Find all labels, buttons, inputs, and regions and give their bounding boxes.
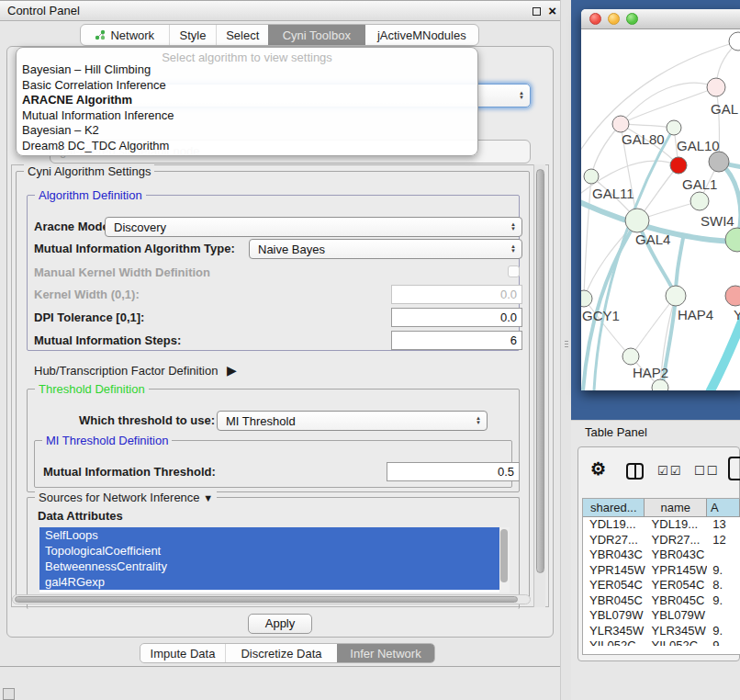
table-cell[interactable]: YBR045C (583, 593, 645, 609)
sources-title[interactable]: Sources for Network Inference ▼ (35, 491, 217, 505)
hub-definition-toggle[interactable]: Hub/Transcription Factor Definition ▶ (34, 360, 237, 381)
zoom-window-icon[interactable] (626, 13, 638, 25)
apply-button[interactable]: Apply (248, 614, 312, 634)
node-gcy1[interactable] (581, 290, 592, 307)
table-cell[interactable]: YDL19... (645, 517, 708, 533)
dpi-tolerance-field[interactable]: 0.0 (391, 308, 522, 327)
algorithm-option[interactable]: ARACNE Algorithm (17, 93, 477, 108)
table-cell[interactable]: YDR27... (583, 533, 645, 548)
network-canvas[interactable]: GALGAL80GAL10GAL1GAL11GAL4SWI4GCY1HAP4YH… (581, 29, 740, 390)
table-row[interactable]: YDR27...YDR27...12 (583, 533, 740, 548)
tab-style[interactable]: Style (169, 25, 217, 45)
settings-scrollbar-thumb[interactable] (536, 169, 544, 573)
aracne-mode-combobox[interactable]: Discovery ▲▼ (105, 217, 522, 237)
settings-hscrollbar-thumb[interactable] (15, 596, 518, 603)
node-gal11[interactable] (584, 169, 599, 184)
table-cell[interactable] (707, 548, 740, 563)
table-cell[interactable]: YLR345W (583, 624, 645, 639)
attribute-list-item[interactable]: TopologicalCoefficient (39, 543, 510, 559)
float-window-icon[interactable] (533, 7, 541, 16)
table-row[interactable]: YBR045CYBR045C9. (583, 593, 740, 609)
panel-divider[interactable] (560, 0, 571, 700)
node-gal10[interactable] (709, 152, 729, 172)
network-edge[interactable] (591, 124, 621, 176)
node-gal1[interactable] (690, 192, 709, 210)
table-cell[interactable]: YDL19... (583, 517, 645, 533)
table-settings-gear-icon[interactable]: ⚙ (590, 458, 606, 480)
algorithm-option[interactable]: Dream8 DC_TDC Algorithm (17, 139, 477, 154)
table-cell[interactable]: YER054C (583, 578, 645, 593)
list-scrollbar[interactable] (499, 527, 510, 593)
attribute-list-item[interactable]: gal4RGexp (39, 574, 510, 590)
export-table-icon[interactable] (728, 457, 740, 480)
attribute-list-item[interactable]: BetweennessCentrality (39, 559, 510, 574)
table-cell[interactable]: YBL079W (645, 608, 708, 624)
data-attributes-list[interactable]: SelfLoopsTopologicalCoefficientBetweenne… (39, 527, 510, 593)
column-visibility-icon[interactable] (626, 463, 644, 480)
kernel-width-field[interactable]: 0.0 (391, 285, 522, 304)
algorithm-option[interactable]: Basic Correlation Inference (17, 78, 477, 94)
node-red[interactable] (670, 157, 687, 174)
node-swi4[interactable] (725, 228, 740, 252)
node-gal80[interactable] (612, 116, 629, 132)
collapsed-panel-button[interactable] (3, 688, 15, 700)
mi-steps-field[interactable]: 6 (391, 331, 522, 350)
which-threshold-combobox[interactable]: MI Threshold ▲▼ (217, 411, 488, 431)
table-cell[interactable]: YIL052C (645, 638, 708, 646)
table-row[interactable]: YDL19...YDL19...13 (583, 517, 740, 533)
node-gal4[interactable] (625, 209, 649, 232)
close-window-icon[interactable] (589, 13, 601, 25)
node-y[interactable] (725, 286, 740, 306)
table-cell[interactable]: YBR043C (645, 548, 708, 563)
column-header-shared-name[interactable]: shared... (583, 499, 645, 516)
table-cell[interactable]: YER054C (645, 578, 708, 593)
settings-vertical-scrollbar[interactable] (533, 164, 545, 607)
table-cell[interactable]: 12 (707, 533, 740, 548)
algorithm-option[interactable]: Mutual Information Inference (17, 108, 477, 124)
table-row[interactable]: YLR345WYLR345W9. (583, 624, 740, 639)
table-cell[interactable] (707, 608, 740, 624)
table-row[interactable]: YPR145WYPR145W9. (583, 563, 740, 579)
column-header-name[interactable]: name (645, 499, 706, 516)
table-row[interactable]: YBL079WYBL079W (583, 608, 740, 624)
table-cell[interactable]: YBL079W (583, 608, 645, 624)
table-cell[interactable]: YBR045C (645, 593, 708, 609)
manual-kernel-width-checkbox[interactable] (508, 265, 520, 277)
tab-impute-data[interactable]: Impute Data (140, 644, 225, 662)
algorithm-option[interactable]: Bayesian – K2 (17, 123, 477, 139)
node-hap4[interactable] (666, 286, 686, 306)
table-cell[interactable]: 8. (707, 578, 740, 593)
table-cell[interactable]: 9 (707, 638, 740, 646)
table-cell[interactable]: 9. (707, 624, 740, 639)
select-all-checkboxes-icon[interactable]: ☑☑ (657, 464, 682, 478)
table-cell[interactable]: YPR145W (583, 563, 645, 579)
node-above-gal80[interactable] (667, 120, 681, 135)
network-edge[interactable] (621, 87, 716, 124)
table-cell[interactable]: YBR043C (583, 548, 645, 563)
tab-cyni-toolbox[interactable]: Cyni Toolbox (268, 25, 365, 45)
table-cell[interactable]: YPR145W (645, 563, 708, 579)
column-header-partial[interactable]: A (707, 499, 740, 516)
node-hap2[interactable] (622, 348, 639, 365)
tab-jactivemnodules[interactable]: jActiveMNodules (365, 25, 478, 45)
close-panel-icon[interactable]: × (548, 2, 556, 20)
tab-select[interactable]: Select (216, 25, 268, 45)
tab-discretize-data[interactable]: Discretize Data (225, 644, 337, 662)
node-top-right[interactable] (729, 32, 740, 51)
table-cell[interactable]: YDR27... (645, 533, 708, 548)
network-edge[interactable] (710, 317, 740, 390)
deselect-all-checkboxes-icon[interactable]: ☐☐ (694, 464, 719, 478)
table-cell[interactable]: YIL052C (583, 638, 645, 646)
table-row[interactable]: YER054CYER054C8. (583, 578, 740, 593)
settings-horizontal-scrollbar[interactable] (12, 594, 531, 604)
table-cell[interactable]: 13 (707, 517, 740, 533)
mi-threshold-field[interactable]: 0.5 (387, 462, 520, 481)
tab-infer-network[interactable]: Infer Network (337, 644, 434, 662)
minimize-window-icon[interactable] (608, 13, 620, 25)
node-gal[interactable] (707, 78, 725, 96)
mi-algorithm-type-combobox[interactable]: Naive Bayes ▲▼ (249, 239, 522, 259)
attribute-list-item[interactable]: SelfLoops (39, 527, 510, 543)
table-row[interactable]: YBR043CYBR043C (583, 548, 740, 563)
algorithm-option[interactable]: Bayesian – Hill Climbing (17, 62, 477, 78)
table-cell[interactable]: YLR345W (645, 624, 708, 639)
